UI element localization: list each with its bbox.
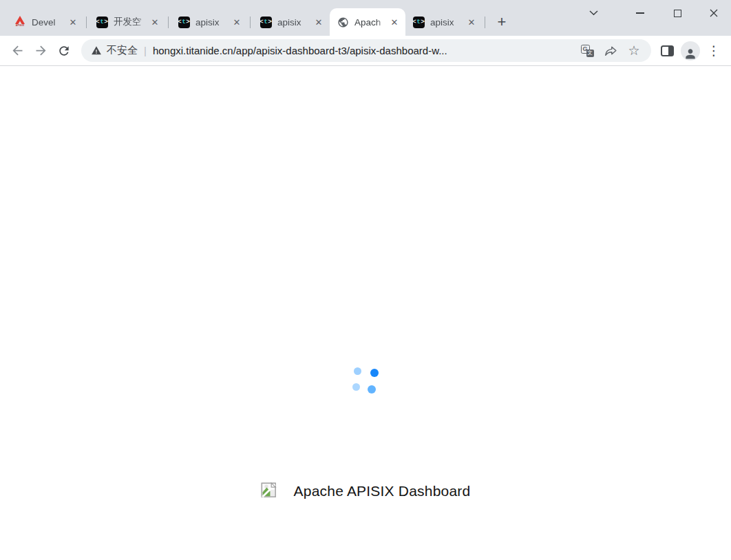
maximize-icon (674, 10, 681, 17)
tab-label: apisix (277, 17, 313, 28)
t-code-icon: <t> (412, 16, 425, 28)
t-code-icon-box: <t> (178, 17, 190, 28)
security-label: 不安全 (107, 44, 138, 57)
globe-icon (337, 16, 349, 28)
browser-toolbar: 不安全 | hongxi.titanide.cn/app/apisix-dash… (0, 36, 731, 66)
spinner-dot (370, 369, 379, 377)
window-close-icon (710, 9, 718, 17)
translate-wen-glyph: 文 (586, 50, 594, 57)
t-code-icon: <t> (96, 16, 108, 28)
t-code-icon-box: <t> (260, 17, 272, 28)
tab-label: Devel (32, 17, 67, 28)
bookmark-star-icon: ☆ (628, 44, 639, 57)
address-bar[interactable]: 不安全 | hongxi.titanide.cn/app/apisix-dash… (81, 39, 651, 62)
tab-apisix-1[interactable]: <t> apisix ✕ (171, 8, 248, 36)
tab-close-icon[interactable]: ✕ (231, 17, 242, 28)
tab-label: Apach (354, 17, 389, 28)
tab-close-icon[interactable]: ✕ (466, 17, 477, 28)
browser-menu-button[interactable]: ⋮ (702, 39, 725, 63)
tabs-container: APISIX Devel ✕ <t> 开发空 ✕ <t> apisix (0, 8, 512, 36)
spinner-dot (352, 383, 360, 391)
apisix-wordmark: APISIX (16, 24, 25, 27)
translate-button[interactable]: G 文 (578, 42, 596, 60)
forward-button[interactable] (29, 39, 52, 63)
t-letter: t (416, 19, 421, 25)
tab-apisix-3[interactable]: <t> apisix ✕ (405, 8, 483, 36)
forward-arrow-icon (34, 43, 48, 58)
translate-icon: G 文 (581, 45, 594, 57)
tab-label: apisix (430, 17, 466, 28)
back-arrow-icon (10, 43, 25, 58)
minimize-icon (636, 12, 644, 14)
bracket-right: > (421, 19, 425, 25)
url-text[interactable]: hongxi.titanide.cn/app/apisix-dashboard-… (153, 45, 573, 56)
tab-apache-active[interactable]: Apach ✕ (330, 8, 405, 36)
warning-triangle-icon (91, 45, 102, 56)
app-branding-row: Apache APISIX Dashboard (0, 479, 731, 504)
page-content: Apache APISIX Dashboard (0, 66, 731, 559)
avatar (681, 41, 700, 61)
tab-label: apisix (195, 17, 231, 28)
side-panel-button[interactable] (655, 39, 679, 63)
toolbar-right-cluster: ⋮ (655, 39, 725, 63)
maximize-button[interactable] (659, 0, 697, 26)
bookmark-button[interactable]: ☆ (625, 42, 643, 60)
back-button[interactable] (6, 39, 29, 63)
t-code-icon-box: <t> (96, 17, 108, 28)
t-letter: t (264, 19, 268, 25)
share-icon (604, 45, 617, 57)
t-code-icon: <t> (178, 16, 190, 28)
security-indicator[interactable]: 不安全 (91, 44, 138, 57)
person-icon (684, 47, 697, 61)
window-close-button[interactable] (697, 0, 731, 26)
reload-icon (57, 44, 71, 58)
tab-close-icon[interactable]: ✕ (313, 17, 324, 28)
profile-button[interactable] (679, 39, 702, 63)
tab-separator (86, 17, 87, 28)
side-panel-icon (661, 45, 674, 56)
bracket-right: > (268, 19, 272, 25)
apisix-logo-icon: APISIX (14, 16, 26, 28)
app-title: Apache APISIX Dashboard (294, 483, 471, 499)
kebab-menu-icon: ⋮ (708, 44, 721, 57)
tab-separator (485, 17, 485, 28)
t-letter: t (182, 19, 187, 25)
window-controls (581, 0, 731, 26)
tab-strip: APISIX Devel ✕ <t> 开发空 ✕ <t> apisix (0, 0, 731, 36)
new-tab-button[interactable]: + (491, 12, 512, 32)
tab-close-icon[interactable]: ✕ (149, 17, 160, 28)
bracket-right: > (186, 19, 190, 25)
browser-window: APISIX Devel ✕ <t> 开发空 ✕ <t> apisix (0, 0, 731, 560)
tab-close-icon[interactable]: ✕ (67, 17, 78, 28)
spinner-dot (368, 385, 376, 394)
tab-devel[interactable]: APISIX Devel ✕ (7, 8, 84, 36)
spinner-dot (354, 367, 361, 375)
tab-dev-space[interactable]: <t> 开发空 ✕ (89, 8, 166, 36)
tab-separator (250, 17, 251, 28)
tab-search-chevron-icon[interactable] (581, 0, 606, 26)
reload-button[interactable] (52, 39, 76, 63)
t-code-icon: <t> (259, 16, 272, 28)
share-button[interactable] (602, 42, 619, 60)
tab-label: 开发空 (114, 16, 149, 28)
url-separator: | (144, 45, 147, 56)
minimize-button[interactable] (621, 0, 659, 26)
t-code-icon-box: <t> (413, 17, 425, 28)
tab-apisix-2[interactable]: <t> apisix ✕ (253, 8, 330, 36)
tab-separator (168, 17, 169, 28)
bracket-right: > (104, 19, 108, 25)
t-letter: t (100, 19, 105, 25)
broken-image-icon (261, 482, 277, 501)
tab-close-icon[interactable]: ✕ (389, 17, 400, 28)
